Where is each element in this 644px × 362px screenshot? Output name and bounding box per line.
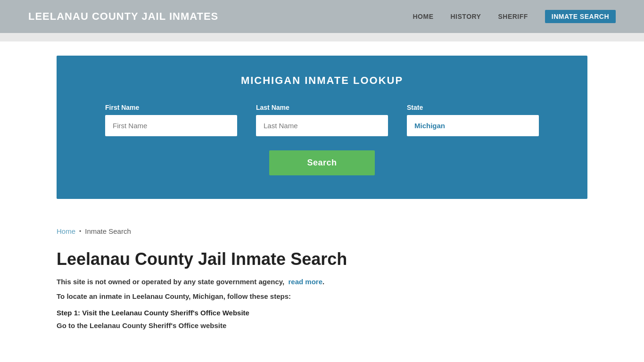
last-name-label: Last Name (256, 104, 388, 111)
breadcrumb: Home • Inmate Search (0, 213, 644, 240)
site-title: LEELANAU COUNTY JAIL INMATES (28, 10, 218, 23)
first-name-label: First Name (105, 104, 237, 111)
nav-home[interactable]: HOME (413, 13, 434, 20)
instructions-text: To locate an inmate in Leelanau County, … (57, 292, 587, 300)
disclaimer-period: . (322, 278, 324, 286)
disclaimer-paragraph: This site is not owned or operated by an… (57, 278, 587, 286)
main-nav: HOME HISTORY SHERIFF INMATE SEARCH (413, 10, 616, 23)
first-name-input[interactable] (105, 115, 237, 136)
first-name-group: First Name (105, 104, 237, 136)
state-label: State (407, 104, 539, 111)
nav-sheriff[interactable]: SHERIFF (498, 13, 528, 20)
disclaimer-text: This site is not owned or operated by an… (57, 278, 284, 286)
search-button[interactable]: Search (269, 150, 374, 175)
search-button-row: Search (85, 150, 559, 175)
search-panel: MICHIGAN INMATE LOOKUP First Name Last N… (57, 56, 587, 199)
state-group: State (407, 104, 539, 136)
main-content: Leelanau County Jail Inmate Search This … (0, 240, 644, 348)
page-heading: Leelanau County Jail Inmate Search (57, 249, 587, 269)
read-more-link[interactable]: read more (289, 278, 323, 286)
sub-header-bar (0, 33, 644, 41)
state-input[interactable] (407, 115, 539, 136)
search-fields: First Name Last Name State (85, 104, 559, 136)
last-name-group: Last Name (256, 104, 388, 136)
site-header: LEELANAU COUNTY JAIL INMATES HOME HISTOR… (0, 0, 644, 33)
step1-text: Go to the Leelanau County Sheriff's Offi… (57, 321, 587, 329)
nav-inmate-search[interactable]: INMATE SEARCH (545, 10, 616, 23)
breadcrumb-separator: • (79, 228, 81, 235)
search-panel-title: MICHIGAN INMATE LOOKUP (85, 74, 559, 87)
last-name-input[interactable] (256, 115, 388, 136)
breadcrumb-current: Inmate Search (85, 227, 131, 235)
nav-history[interactable]: HISTORY (451, 13, 481, 20)
breadcrumb-home-link[interactable]: Home (57, 227, 75, 235)
step1-heading: Step 1: Visit the Leelanau County Sherif… (57, 309, 587, 317)
